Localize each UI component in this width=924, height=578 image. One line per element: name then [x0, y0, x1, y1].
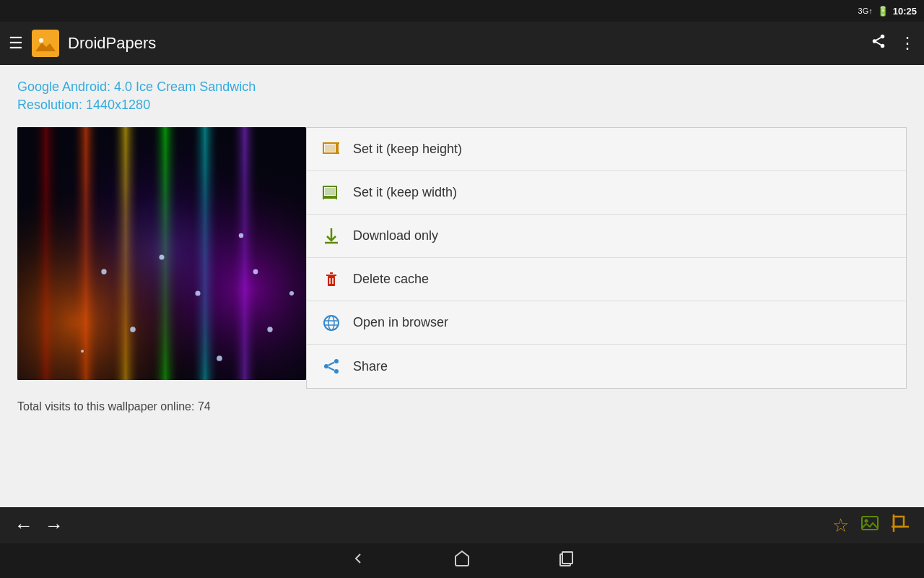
recents-nav-icon[interactable] [557, 550, 575, 571]
back-arrow[interactable]: ← [14, 514, 33, 537]
keep-width-icon [321, 183, 341, 203]
svg-rect-40 [562, 552, 572, 564]
visit-count: Total visits to this wallpaper online: 7… [17, 400, 907, 413]
svg-line-33 [328, 368, 334, 371]
app-title: DroidPapers [68, 34, 871, 53]
action-menu: Set it (keep height) Set it (keep width) [306, 127, 907, 389]
svg-point-31 [334, 369, 339, 374]
svg-rect-9 [325, 144, 335, 152]
toolbar-right: ☆ [832, 514, 910, 538]
wallpaper-title: Google Android: 4.0 Ice Cream Sandwich [17, 79, 907, 95]
svg-point-25 [324, 316, 339, 330]
share-icon[interactable] [871, 33, 886, 53]
open-browser-label: Open in browser [353, 315, 448, 330]
crop-icon[interactable] [891, 514, 910, 538]
hamburger-icon[interactable]: ☰ [9, 34, 23, 53]
status-bar: 3G↑ 🔋 10:25 [0, 0, 924, 22]
set-keep-width-button[interactable]: Set it (keep width) [307, 171, 906, 215]
download-icon [321, 226, 341, 246]
delete-cache-button[interactable]: Delete cache [307, 258, 906, 301]
svg-point-2 [39, 38, 43, 43]
open-browser-button[interactable]: Open in browser [307, 301, 906, 345]
set-keep-height-label: Set it (keep height) [353, 142, 462, 157]
overflow-menu-icon[interactable]: ⋮ [899, 34, 915, 53]
download-only-button[interactable]: Download only [307, 215, 906, 258]
favorite-icon[interactable]: ☆ [832, 514, 849, 537]
forward-arrow[interactable]: → [45, 514, 64, 537]
app-bar: ☰ DroidPapers ⋮ [0, 22, 924, 65]
browser-icon [321, 313, 341, 333]
gallery-icon[interactable] [860, 514, 879, 538]
svg-point-30 [324, 364, 328, 368]
signal-icon: 3G↑ [858, 7, 873, 15]
set-keep-height-button[interactable]: Set it (keep height) [307, 128, 906, 171]
wallpaper-thumbnail [17, 127, 306, 380]
share-label: Share [353, 359, 388, 374]
svg-line-7 [876, 38, 881, 40]
set-keep-width-label: Set it (keep width) [353, 185, 457, 200]
svg-line-32 [328, 363, 334, 366]
share-action-icon [321, 356, 341, 376]
app-logo-image [35, 35, 56, 51]
svg-point-26 [328, 316, 334, 330]
svg-rect-20 [328, 276, 335, 286]
delete-icon [321, 269, 341, 290]
svg-point-5 [881, 44, 885, 48]
svg-point-4 [873, 39, 877, 43]
time-display: 10:25 [893, 6, 917, 17]
wallpaper-canvas [17, 127, 306, 380]
keep-height-icon [321, 139, 341, 160]
bottom-toolbar: ← → ☆ [0, 507, 924, 543]
svg-line-6 [876, 42, 881, 45]
content-row: Set it (keep height) Set it (keep width) [17, 127, 907, 389]
svg-point-35 [865, 519, 868, 522]
svg-point-3 [881, 35, 885, 39]
svg-rect-14 [325, 188, 335, 195]
delete-cache-label: Delete cache [353, 272, 429, 287]
back-nav-icon[interactable] [349, 550, 367, 571]
svg-point-29 [334, 359, 339, 363]
download-only-label: Download only [353, 228, 438, 243]
home-nav-icon[interactable] [453, 550, 471, 571]
share-action-button[interactable]: Share [307, 345, 906, 388]
main-content: Google Android: 4.0 Ice Cream Sandwich R… [0, 65, 924, 507]
svg-rect-36 [894, 517, 904, 527]
svg-rect-34 [862, 517, 878, 530]
app-logo [32, 30, 59, 57]
battery-icon: 🔋 [877, 6, 889, 17]
app-bar-actions: ⋮ [871, 33, 915, 53]
system-nav [0, 543, 924, 578]
wallpaper-resolution: Resolution: 1440x1280 [17, 98, 907, 113]
